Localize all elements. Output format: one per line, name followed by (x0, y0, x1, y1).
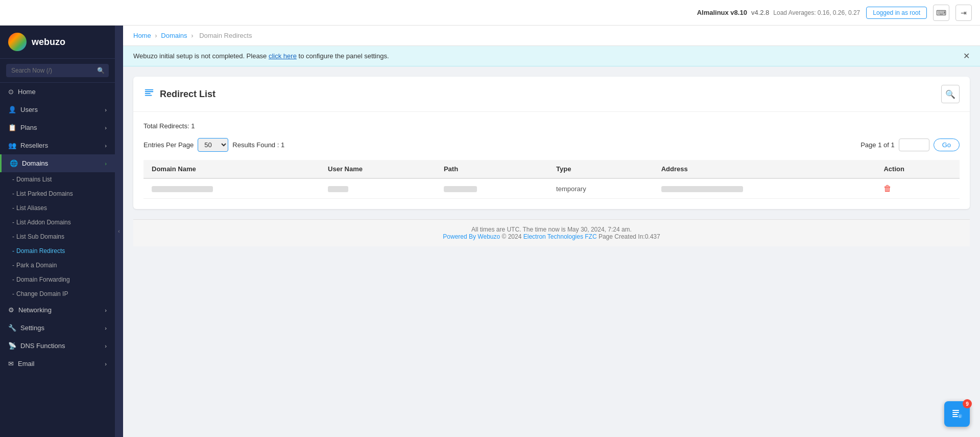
search-icon: 🔍 (97, 67, 105, 74)
col-domain-name: Domain Name (144, 160, 320, 178)
chevron-right-icon: › (105, 107, 107, 113)
redirect-list-card: Redirect List 🔍 Total Redirects: 1 Entri… (133, 77, 970, 209)
stats-row: Total Redirects: 1 (144, 122, 960, 130)
svg-rect-1 (145, 91, 154, 92)
sidebar-item-home[interactable]: ⊙ Home (0, 83, 115, 101)
page-info: Page 1 of 1 (861, 141, 895, 149)
subitem-label: List Sub Domains (16, 233, 64, 240)
subitem-label: Change Domain IP (16, 290, 68, 297)
email-icon: ✉ (8, 360, 14, 367)
sidebar-item-plans[interactable]: 📋 Plans › (0, 119, 115, 136)
sidebar-item-domains[interactable]: 🌐 Domains › (0, 154, 115, 172)
page-number-input[interactable] (899, 139, 929, 151)
powered-by-link[interactable]: Powered By Webuzo (443, 233, 500, 240)
footer-credits: Powered By Webuzo © 2024 Electron Techno… (144, 233, 960, 240)
svg-rect-4 (952, 410, 959, 411)
dash-icon: - (12, 204, 14, 212)
chevron-right-icon: › (105, 160, 107, 167)
subitem-label: List Aliases (16, 204, 47, 212)
dash-icon: - (12, 262, 14, 269)
dash-icon: - (12, 219, 14, 226)
list-icon (144, 87, 155, 101)
col-user-name: User Name (320, 160, 436, 178)
controls-row: Entries Per Page 50 10 25 100 Results Fo… (144, 138, 960, 152)
sidebar-subitem-domains-list[interactable]: - Domains List (0, 172, 115, 187)
sidebar-item-label: Home (18, 88, 36, 96)
dash-icon: - (12, 176, 14, 183)
sidebar-item-label: Plans (20, 124, 37, 131)
os-label: Almalinux v8.10 (697, 9, 747, 16)
controls-right: Page 1 of 1 Go (861, 139, 960, 151)
sidebar-subitem-park-a-domain[interactable]: - Park a Domain (0, 258, 115, 272)
plans-icon: 📋 (8, 124, 16, 131)
sidebar-subitem-list-sub-domains[interactable]: - List Sub Domains (0, 229, 115, 244)
dash-icon: - (12, 190, 14, 197)
sidebar: webuzo 🔍 ⊙ Home 👤 Users › (0, 26, 115, 437)
company-link[interactable]: Electron Technologies FZC (523, 233, 597, 240)
page-created-value: Page Created In:0.437 (599, 233, 660, 240)
entries-label: Entries Per Page (144, 141, 194, 149)
table-row: temporary 🗑 (144, 178, 960, 199)
cell-domain (144, 178, 320, 199)
sidebar-item-networking[interactable]: ⚙ Networking › (0, 301, 115, 319)
svg-rect-7 (952, 416, 958, 417)
delete-button[interactable]: 🗑 (883, 184, 892, 193)
sidebar-item-dns-functions[interactable]: 📡 DNS Functions › (0, 337, 115, 355)
svg-rect-0 (145, 89, 154, 90)
svg-rect-5 (952, 412, 959, 413)
cell-path (436, 178, 548, 199)
chevron-right-icon: › (105, 325, 107, 331)
breadcrumb-home[interactable]: Home (133, 32, 151, 39)
floating-action-button[interactable]: ≡ 9 (944, 401, 970, 427)
cell-address (653, 178, 876, 199)
topbar: Almalinux v8.10 v4.2.8 Load Averages: 0.… (0, 0, 980, 26)
terminal-button[interactable]: ⌨ (933, 5, 949, 21)
sidebar-item-settings[interactable]: 🔧 Settings › (0, 319, 115, 337)
dash-icon: - (12, 290, 14, 297)
sidebar-item-resellers[interactable]: 👥 Resellers › (0, 136, 115, 154)
chevron-right-icon: › (105, 343, 107, 349)
footer-copyright: © 2024 (502, 233, 522, 240)
col-address: Address (653, 160, 876, 178)
logged-in-button[interactable]: Logged in as root (866, 7, 927, 19)
chevron-right-icon: › (105, 307, 107, 313)
chevron-right-icon: › (105, 125, 107, 131)
redirects-table: Domain Name User Name Path Type Address … (144, 160, 960, 199)
sidebar-subitem-domain-forwarding[interactable]: - Domain Forwarding (0, 272, 115, 287)
svg-rect-6 (952, 414, 958, 415)
alert-close-button[interactable]: ✕ (963, 51, 970, 61)
sidebar-subitem-list-parked-domains[interactable]: - List Parked Domains (0, 187, 115, 201)
subitem-label: Domain Forwarding (16, 276, 70, 283)
settings-icon: 🔧 (8, 324, 16, 332)
table-body: temporary 🗑 (144, 178, 960, 199)
sidebar-toggle[interactable]: ‹ (115, 26, 123, 437)
terminal-icon: ⌨ (936, 9, 946, 17)
breadcrumb-domains[interactable]: Domains (161, 32, 187, 39)
breadcrumb-separator: › (155, 32, 159, 39)
sidebar-nav: ⊙ Home 👤 Users › 📋 Plans › (0, 83, 115, 437)
search-button[interactable]: 🔍 (941, 85, 960, 103)
sidebar-subitem-domain-redirects[interactable]: - Domain Redirects (0, 244, 115, 258)
dash-icon: - (12, 247, 14, 255)
path-value (444, 186, 477, 192)
subitem-label: Domains List (16, 176, 52, 183)
sidebar-item-label: Email (18, 360, 35, 367)
sidebar-subitem-change-domain-ip[interactable]: - Change Domain IP (0, 287, 115, 301)
username-value (328, 186, 348, 192)
subitem-label: List Parked Domains (16, 190, 73, 197)
sidebar-subitem-list-addon-domains[interactable]: - List Addon Domains (0, 215, 115, 229)
sidebar-item-email[interactable]: ✉ Email › (0, 355, 115, 373)
sidebar-subitem-list-aliases[interactable]: - List Aliases (0, 201, 115, 215)
go-button[interactable]: Go (934, 139, 960, 151)
main-content: Redirect List 🔍 Total Redirects: 1 Entri… (123, 66, 980, 437)
table-header: Domain Name User Name Path Type Address … (144, 160, 960, 178)
alert-link[interactable]: click here (269, 52, 297, 60)
sidebar-item-label: Settings (20, 324, 44, 332)
sidebar-item-users[interactable]: 👤 Users › (0, 101, 115, 119)
logout-button[interactable]: ⇥ (955, 5, 972, 21)
floating-badge: 9 (963, 399, 972, 408)
subitem-label: Park a Domain (16, 262, 57, 269)
entries-per-page-select[interactable]: 50 10 25 100 (198, 138, 228, 152)
search-input[interactable] (6, 64, 109, 77)
sidebar-item-label: Users (20, 106, 38, 113)
